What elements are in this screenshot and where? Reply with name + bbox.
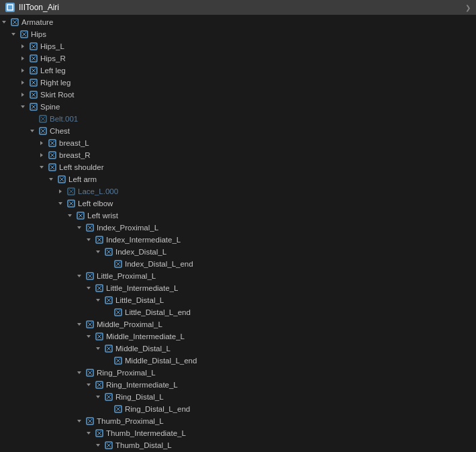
bone-icon bbox=[95, 428, 104, 438]
tree-container[interactable]: Armature Hips Hips_L Hips_R Left leg Rig… bbox=[0, 15, 476, 452]
tree-arrow[interactable] bbox=[94, 393, 102, 401]
tree-item-label: Skirt Root bbox=[40, 91, 75, 99]
tree-item-label: Little_Distal_L bbox=[115, 296, 164, 304]
svg-marker-83 bbox=[77, 275, 81, 277]
tree-arrow[interactable] bbox=[19, 54, 27, 62]
tree-item[interactable]: Left leg bbox=[0, 64, 476, 77]
tree-item[interactable]: Belt.001 bbox=[0, 113, 476, 125]
tree-arrow[interactable] bbox=[38, 151, 46, 159]
tree-item[interactable]: Little_Distal_L bbox=[0, 294, 476, 306]
tree-arrow[interactable] bbox=[94, 296, 102, 304]
tree-arrow[interactable] bbox=[75, 320, 83, 328]
tree-item-label: Hips bbox=[31, 30, 46, 38]
svg-marker-56 bbox=[59, 189, 62, 193]
tree-arrow[interactable] bbox=[75, 224, 83, 232]
tree-item-label: Thumb_Proximal_L bbox=[97, 417, 164, 425]
tree-arrow[interactable] bbox=[47, 175, 55, 183]
bone-icon bbox=[85, 416, 95, 426]
tree-arrow[interactable] bbox=[85, 284, 93, 292]
tree-item[interactable]: Ring_Distal_L_end bbox=[0, 403, 476, 415]
tree-item[interactable]: Ring_Proximal_L bbox=[0, 367, 476, 379]
tree-arrow[interactable] bbox=[75, 369, 83, 377]
tree-item[interactable]: Hips bbox=[0, 28, 476, 40]
tree-item[interactable]: Armature bbox=[0, 16, 476, 28]
tree-arrow[interactable] bbox=[56, 187, 64, 195]
tree-item[interactable]: Left shoulder bbox=[0, 161, 476, 173]
bone-icon bbox=[29, 54, 38, 63]
tree-item[interactable]: Skirt Root bbox=[0, 89, 476, 101]
tree-arrow[interactable] bbox=[75, 272, 83, 280]
tree-arrow[interactable] bbox=[19, 91, 27, 99]
tree-item[interactable]: Ring_Intermediate_L bbox=[0, 379, 476, 391]
tree-item[interactable]: breast_L bbox=[0, 137, 476, 149]
tree-item[interactable]: Middle_Intermediate_L bbox=[0, 330, 476, 343]
tree-arrow[interactable] bbox=[75, 417, 83, 425]
svg-marker-68 bbox=[77, 226, 81, 229]
tree-arrow[interactable] bbox=[28, 127, 36, 135]
bone-icon bbox=[85, 368, 95, 377]
tree-item[interactable]: Little_Intermediate_L bbox=[0, 282, 476, 294]
tree-arrow[interactable] bbox=[66, 212, 74, 220]
tree-item-label: Belt.001 bbox=[50, 115, 78, 123]
svg-marker-44 bbox=[40, 153, 43, 157]
tree-item[interactable]: Ring_Distal_L bbox=[0, 391, 476, 403]
tree-item[interactable]: Spine bbox=[0, 101, 476, 113]
tree-arrow[interactable] bbox=[9, 30, 17, 38]
tree-arrow[interactable] bbox=[94, 441, 102, 449]
tree-arrow[interactable] bbox=[38, 139, 46, 147]
tree-arrow[interactable] bbox=[19, 79, 27, 87]
tree-arrow[interactable] bbox=[103, 357, 111, 365]
tree-arrow[interactable] bbox=[28, 115, 36, 123]
tree-arrow[interactable] bbox=[103, 308, 111, 316]
tree-arrow[interactable] bbox=[19, 103, 27, 111]
tree-arrow[interactable] bbox=[94, 345, 102, 353]
tree-item[interactable]: breast_R bbox=[0, 149, 476, 161]
tree-arrow[interactable] bbox=[85, 429, 93, 437]
tree-item[interactable]: Thumb_Distal_L bbox=[0, 439, 476, 451]
tree-item-label: Thumb_Distal_L bbox=[115, 441, 172, 449]
tree-arrow[interactable] bbox=[85, 332, 93, 341]
tree-arrow[interactable] bbox=[103, 260, 111, 268]
tree-item[interactable]: Hips_L bbox=[0, 40, 476, 52]
tree-item[interactable]: Middle_Distal_L bbox=[0, 343, 476, 355]
tree-item[interactable]: Lace_L.000 bbox=[0, 185, 476, 197]
tree-item-label: Index_Proximal_L bbox=[97, 224, 158, 232]
tree-item[interactable]: Thumb_Intermediate_L bbox=[0, 427, 476, 439]
tree-item-label: Little_Proximal_L bbox=[97, 272, 156, 280]
tree-arrow[interactable] bbox=[19, 66, 27, 75]
tree-item[interactable]: Little_Distal_L_end bbox=[0, 306, 476, 318]
tree-arrow[interactable] bbox=[85, 381, 93, 389]
bone-icon bbox=[104, 296, 113, 305]
tree-item[interactable]: Thumb_Proximal_L bbox=[0, 415, 476, 427]
tree-arrow[interactable] bbox=[0, 18, 8, 26]
tree-arrow[interactable] bbox=[103, 405, 111, 413]
tree-item[interactable]: Index_Intermediate_L bbox=[0, 234, 476, 246]
tree-item-label: Middle_Distal_L bbox=[115, 345, 171, 353]
tree-arrow[interactable] bbox=[94, 248, 102, 256]
tree-item[interactable]: Little_Proximal_L bbox=[0, 270, 476, 282]
bone-icon bbox=[48, 138, 57, 148]
svg-marker-64 bbox=[68, 214, 72, 217]
tree-item[interactable]: Index_Distal_L bbox=[0, 246, 476, 258]
tree-item[interactable]: Left elbow bbox=[0, 197, 476, 210]
svg-marker-36 bbox=[30, 130, 34, 132]
tree-arrow[interactable] bbox=[19, 42, 27, 50]
tree-item[interactable]: Left arm bbox=[0, 173, 476, 185]
bone-icon bbox=[19, 30, 29, 39]
tree-item[interactable]: Middle_Proximal_L bbox=[0, 318, 476, 330]
tree-arrow[interactable] bbox=[38, 163, 46, 171]
tree-item[interactable]: Right leg bbox=[0, 77, 476, 89]
tree-item[interactable]: Chest bbox=[0, 125, 476, 137]
svg-marker-13 bbox=[21, 56, 24, 60]
bone-icon bbox=[95, 283, 104, 293]
tree-item[interactable]: Index_Proximal_L bbox=[0, 222, 476, 234]
tree-arrow[interactable] bbox=[85, 236, 93, 244]
tree-item[interactable]: Left wrist bbox=[0, 210, 476, 222]
tree-arrow[interactable] bbox=[56, 199, 64, 208]
svg-rect-0 bbox=[7, 5, 13, 10]
tree-item-label: Ring_Distal_L_end bbox=[125, 405, 190, 413]
svg-marker-117 bbox=[87, 383, 91, 386]
tree-item[interactable]: Middle_Distal_L_end bbox=[0, 355, 476, 367]
tree-item[interactable]: Hips_R bbox=[0, 52, 476, 64]
tree-item[interactable]: Index_Distal_L_end bbox=[0, 258, 476, 270]
